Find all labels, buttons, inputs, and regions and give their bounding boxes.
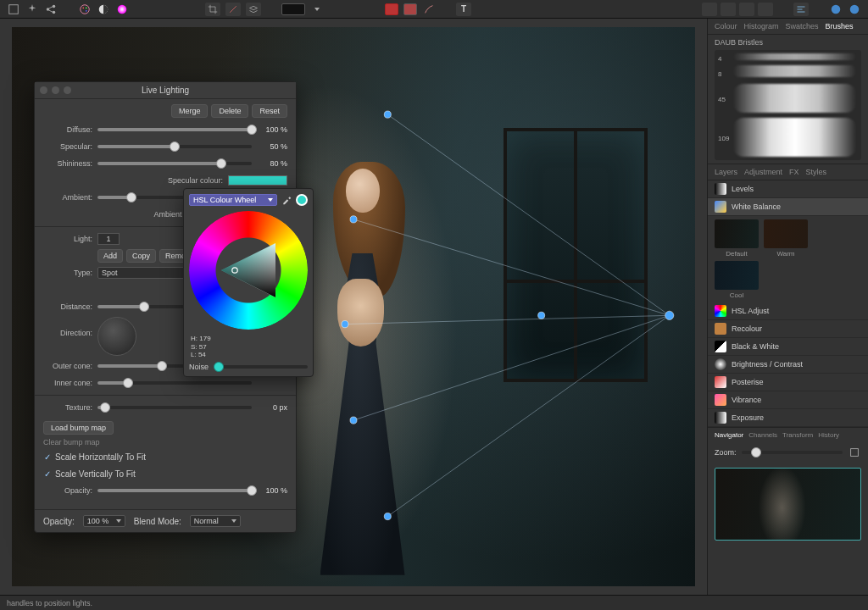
close-icon[interactable] <box>40 86 47 94</box>
tab-colour[interactable]: Colour <box>715 22 737 30</box>
reset-button[interactable]: Reset <box>252 104 287 118</box>
bump-opacity-slider[interactable] <box>97 489 252 492</box>
arrange-backward-icon[interactable] <box>721 3 736 16</box>
adjustment-brightness[interactable]: Brightness / Contrast <box>708 356 868 374</box>
copy-light-button[interactable]: Copy <box>126 249 156 263</box>
tab-brushes[interactable]: Brushes <box>826 22 854 30</box>
clear-bump-link[interactable]: Clear bump map <box>43 438 287 446</box>
bump-opacity-label: Opacity: <box>43 486 92 495</box>
light-index[interactable]: 1 <box>97 233 120 245</box>
exposure-icon <box>715 412 726 424</box>
colorwheel-icon[interactable] <box>115 3 129 16</box>
color-swatch-2[interactable] <box>403 3 417 15</box>
studio-tabs-mid[interactable]: Layers Adjustment FX Styles <box>708 164 868 180</box>
colour-well-icon[interactable] <box>296 194 308 206</box>
svg-point-6 <box>86 7 87 8</box>
brush-list[interactable]: 4 8 45 109 <box>715 50 861 160</box>
noise-slider[interactable] <box>216 365 308 369</box>
direction-dial[interactable] <box>97 317 136 356</box>
adjustment-white-balance[interactable]: White Balance <box>708 198 868 216</box>
tab-fx[interactable]: FX <box>789 168 799 176</box>
scene-window <box>504 128 648 382</box>
arrange-front-icon[interactable] <box>758 3 773 16</box>
studio-tabs-top[interactable]: Colour Histogram Swatches Brushes <box>708 19 868 35</box>
adjustment-hsl[interactable]: HSL Adjust <box>708 302 868 320</box>
align-icon[interactable] <box>793 3 809 16</box>
tab-swatches[interactable]: Swatches <box>786 22 819 30</box>
tab-histogram[interactable]: Histogram <box>744 22 779 30</box>
arrange-forward-icon[interactable] <box>739 3 754 16</box>
studio-tabs-bottom[interactable]: Navigator Channels Transform History <box>708 427 868 442</box>
colour-popover[interactable]: HSL Colour Wheel H: 179 <box>183 188 314 377</box>
top-toolbar: T <box>0 0 868 19</box>
help-icon[interactable] <box>848 3 861 16</box>
sparkle-icon[interactable] <box>25 3 39 16</box>
text-icon[interactable]: T <box>456 3 471 16</box>
minimize-icon[interactable] <box>52 86 59 94</box>
wand-icon[interactable] <box>225 3 241 16</box>
scene-figure <box>299 135 426 575</box>
brush-set-name[interactable]: DAUB Bristles <box>715 38 861 47</box>
preset-cool[interactable] <box>715 261 759 290</box>
tab-styles[interactable]: Styles <box>806 168 827 176</box>
tab-channels[interactable]: Channels <box>748 431 777 439</box>
shininess-slider[interactable] <box>97 162 252 165</box>
texture-slider[interactable] <box>97 406 252 409</box>
merge-button[interactable]: Merge <box>171 104 209 118</box>
color-swatch-red[interactable] <box>385 3 398 15</box>
specular-slider[interactable] <box>97 145 252 148</box>
assistant-icon[interactable] <box>829 3 843 16</box>
texture-value: 0 px <box>257 403 287 412</box>
colour-mode-select[interactable]: HSL Colour Wheel <box>189 194 277 206</box>
adjustment-exposure[interactable]: Exposure <box>708 409 868 427</box>
footer-opacity-select[interactable]: 100 % <box>83 515 125 527</box>
preset-warm[interactable] <box>764 219 808 248</box>
zoom-fit-icon[interactable] <box>848 446 861 459</box>
shininess-value: 80 % <box>257 159 287 168</box>
tab-history[interactable]: History <box>818 431 839 439</box>
adjustment-levels[interactable]: Levels <box>708 180 868 198</box>
white-balance-icon <box>715 201 726 213</box>
noise-label: Noise <box>189 363 213 371</box>
scale-v-label: Scale Vertically To Fit <box>55 469 136 479</box>
adjustment-posterise[interactable]: Posterise <box>708 374 868 391</box>
scale-h-checkbox[interactable]: ✓ <box>43 452 52 461</box>
grid-icon[interactable] <box>7 3 20 16</box>
panel-titlebar[interactable]: Live Lighting <box>35 82 296 99</box>
palette-icon[interactable] <box>78 3 92 16</box>
specular-colour-swatch[interactable] <box>228 175 287 186</box>
tab-adjustment[interactable]: Adjustment <box>744 168 782 176</box>
adjustment-bw[interactable]: Black & White <box>708 338 868 356</box>
delete-button[interactable]: Delete <box>211 104 248 118</box>
arrange-back-icon[interactable] <box>702 3 717 16</box>
eyedropper-icon[interactable] <box>281 194 292 206</box>
fill-swatch[interactable] <box>281 3 305 15</box>
preset-default[interactable] <box>715 219 759 248</box>
zoom-slider[interactable] <box>742 451 843 454</box>
adjustment-recolour[interactable]: Recolour <box>708 320 868 338</box>
share-icon[interactable] <box>44 3 58 16</box>
layers-icon[interactable] <box>246 3 261 16</box>
crop-icon[interactable] <box>205 3 220 16</box>
footer-blend-select[interactable]: Normal <box>190 515 241 527</box>
load-bump-button[interactable]: Load bump map <box>43 421 114 435</box>
bw-icon <box>715 341 726 352</box>
diffuse-slider[interactable] <box>97 128 252 131</box>
chevron-down-icon[interactable] <box>310 3 324 16</box>
zoom-icon[interactable] <box>64 86 71 94</box>
inner-cone-slider[interactable] <box>97 381 252 385</box>
window-controls[interactable] <box>40 86 71 94</box>
brush-icon[interactable] <box>422 3 436 16</box>
svg-point-4 <box>81 4 90 14</box>
canvas-area[interactable]: Live Lighting Merge Delete Reset Diffuse… <box>0 19 707 595</box>
adjustment-vibrance[interactable]: Vibrance <box>708 391 868 409</box>
light-label: Light: <box>43 235 92 243</box>
tab-transform[interactable]: Transform <box>782 431 813 439</box>
tab-layers[interactable]: Layers <box>715 168 737 176</box>
contrast-icon[interactable] <box>97 3 110 16</box>
navigator-thumbnail[interactable] <box>715 468 861 541</box>
hsl-triangle[interactable] <box>214 236 282 304</box>
tab-navigator[interactable]: Navigator <box>715 431 743 439</box>
scale-v-checkbox[interactable]: ✓ <box>43 469 52 478</box>
add-light-button[interactable]: Add <box>97 249 123 263</box>
